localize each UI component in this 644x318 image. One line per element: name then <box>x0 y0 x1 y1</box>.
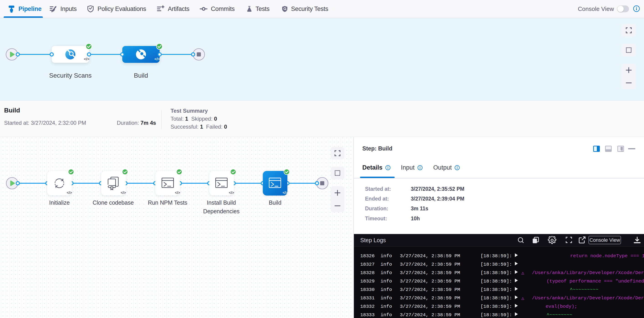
svg-text:</>: </> <box>121 191 126 195</box>
svg-text:</>: </> <box>175 191 180 195</box>
svg-text:Build: Build <box>134 72 148 79</box>
svg-text:</>: </> <box>67 191 72 195</box>
svg-text:</>: </> <box>84 57 90 61</box>
svg-text:</>: </> <box>229 191 234 195</box>
svg-text:Security Scans: Security Scans <box>49 72 92 79</box>
svg-text:</>: </> <box>154 57 160 61</box>
svg-text:</>: </> <box>282 191 288 195</box>
